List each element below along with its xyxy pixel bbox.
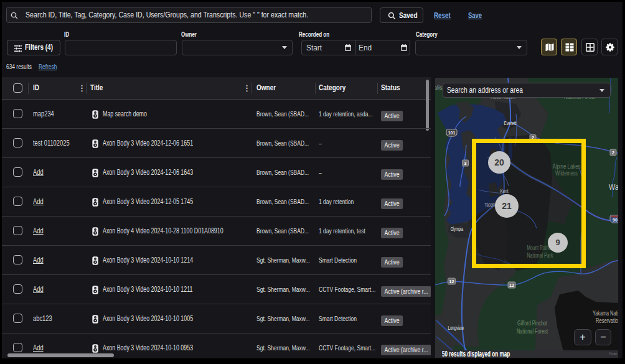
- svg-text:12: 12: [449, 279, 454, 284]
- svg-text:Gifford Pinchot: Gifford Pinchot: [517, 320, 547, 327]
- svg-text:101: 101: [448, 131, 456, 135]
- svg-text:12: 12: [509, 283, 514, 287]
- svg-text:90: 90: [613, 218, 618, 222]
- svg-text:Yakama Nati: Yakama Nati: [593, 310, 618, 317]
- svg-text:alis: alis: [435, 85, 443, 91]
- svg-text:2: 2: [612, 151, 614, 155]
- svg-text:Longview: Longview: [448, 324, 464, 331]
- svg-text:Reservatio: Reservatio: [596, 317, 618, 324]
- svg-text:Wa: Wa: [609, 182, 618, 192]
- svg-text:3: 3: [464, 161, 467, 166]
- svg-text:Everett: Everett: [504, 119, 517, 126]
- svg-text:Olympia: Olympia: [451, 225, 464, 232]
- svg-text:National Forest: National Forest: [517, 328, 548, 335]
